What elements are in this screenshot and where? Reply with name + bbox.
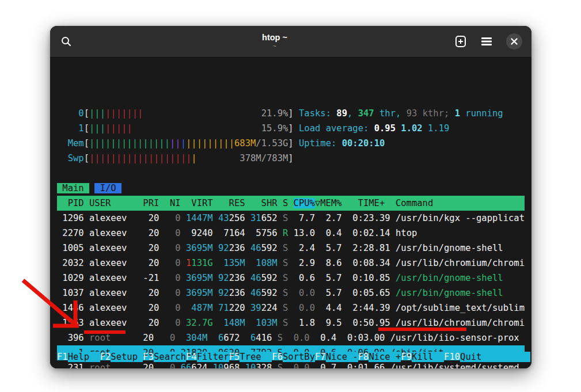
process-row-1563[interactable]: 1563 alexeev 20 0 32.7G 148M 103M S 1.8 …: [57, 315, 525, 330]
process-row-1005-segment: [213, 243, 218, 253]
cpu1-meter-segment: 0.95: [374, 123, 401, 134]
fkey-label-f7: F7: [315, 352, 326, 362]
fkey-f10[interactable]: F10Quit: [444, 352, 530, 362]
process-row-1563-segment: 1.8: [294, 318, 321, 328]
process-row-1296-segment: 0: [165, 213, 186, 223]
process-row-1446-segment: [213, 303, 218, 313]
process-row-2270-segment: 20: [127, 228, 164, 238]
process-row-1037-segment: 92: [218, 288, 229, 298]
process-row-2032-segment: 1: [186, 258, 191, 268]
fkey-action-f10: Quit: [460, 352, 530, 362]
tab-io[interactable]: I/O: [94, 183, 121, 193]
fkey-label-f6: F6: [272, 352, 283, 362]
process-row-396-segment: [207, 333, 212, 343]
cpu1-meter-segment: Load average:: [294, 123, 374, 134]
process-row-396-segment: 396: [57, 333, 89, 343]
swp-meter-segment: |||||||||||||||||||: [89, 153, 191, 163]
fkey-action-f9: Kill: [412, 352, 444, 362]
process-row-1563-segment: S: [283, 318, 294, 328]
fkey-label-f3: F3: [143, 352, 154, 362]
cpu0-meter-segment: 21.9%: [261, 108, 288, 119]
mem-meter: Mem[|||||||||||||||||||||||||||683M/1.53…: [57, 136, 525, 151]
process-row-1037[interactable]: 1037 alexeev 20 0 3695M 92236 46592 S 0.…: [57, 286, 525, 300]
fkey-f9[interactable]: F9Kill: [401, 352, 444, 362]
process-row-1005-segment: alexeev: [89, 243, 127, 253]
process-row-2032-segment: 8.6: [320, 258, 347, 268]
cpu0-meter-segment: 1: [455, 108, 460, 119]
mem-meter-segment: /1.53G: [256, 138, 288, 149]
cpu1-meter-segment: |||||: [105, 123, 132, 134]
process-row-1446-segment: 39: [250, 303, 261, 313]
fkey-f4[interactable]: F4Filter: [186, 352, 229, 362]
fkey-f1[interactable]: F1Help: [57, 352, 100, 362]
process-row-1005-segment: 5.7: [320, 243, 347, 253]
process-row-2270-segment: 9240: [186, 228, 218, 238]
process-row-1005-segment: 3695M: [186, 243, 213, 253]
process-row-2032-segment: alexeev: [89, 258, 127, 268]
table-header-segment: MEM% TIME+ Command: [320, 198, 433, 208]
process-row-396-segment: 0: [159, 333, 180, 343]
process-row-1446-segment: 224: [261, 303, 283, 313]
fkey-label-f9: F9: [401, 352, 412, 362]
process-row-1029[interactable]: 1029 alexeev -21 0 3695M 92236 46592 S 0…: [57, 271, 525, 286]
new-tab-icon[interactable]: [454, 35, 467, 48]
process-row-2032-segment: [245, 258, 250, 268]
process-row-1296[interactable]: 1296 alexeev 20 0 1447M 43256 31652 S 7.…: [57, 211, 525, 226]
fkey-label-f2: F2: [100, 352, 111, 362]
fkey-label-f1: F1: [57, 352, 68, 362]
mem-meter-segment: 683M: [234, 138, 256, 149]
process-row-1563-segment: 9.5: [320, 318, 347, 328]
process-row-2270-segment: alexeev: [89, 228, 127, 238]
process-row-2270[interactable]: 2270 alexeev 20 0 9240 7164 5756 R 13.0 …: [57, 226, 525, 241]
process-row-1005[interactable]: 1005 alexeev 20 0 3695M 92236 46592 S 2.…: [57, 241, 525, 256]
table-header[interactable]: PID USER PRI NI VIRT RES SHR S CPU%▽MEM%…: [57, 196, 525, 211]
search-icon[interactable]: [60, 36, 72, 47]
process-row-396-segment: root: [89, 333, 111, 343]
process-row-1296-segment: 256: [229, 213, 250, 223]
spacer-line-segment: [57, 168, 62, 178]
process-row-1446[interactable]: 1446 alexeev 20 0 487M 71220 39224 S 0.0…: [57, 300, 525, 315]
fkey-f8[interactable]: F8Nice +: [358, 352, 401, 362]
process-row-1029-segment: 5.7: [320, 273, 347, 283]
process-row-1005-segment: 92: [218, 243, 229, 253]
swp-meter-segment: Swp: [57, 153, 84, 163]
swp-meter: Swp[|||||||||||||||||||| 378M/783M]: [57, 151, 525, 166]
mem-meter-segment: Uptime:: [294, 138, 342, 149]
mem-meter-segment: 00:20:10: [342, 138, 385, 149]
process-row-396-segment: 0.4: [315, 333, 342, 343]
fkey-f6[interactable]: F6SortBy: [272, 352, 315, 362]
menu-icon[interactable]: [481, 37, 492, 46]
process-row-2032-segment: 2032: [57, 258, 89, 268]
process-row-1563-segment: 32.7G: [186, 318, 213, 328]
process-row-396-segment: 0.0: [288, 333, 315, 343]
fkey-action-f4: Filter: [197, 352, 229, 362]
process-row-2270-segment: htop: [396, 228, 417, 238]
process-row-1296-segment: [213, 213, 218, 223]
swp-meter-segment: [: [84, 153, 89, 163]
cpu0-meter-segment: |||: [89, 108, 105, 119]
process-row-396[interactable]: 396 root 20 0 304M 6672 6416 S 0.0 0.4 0…: [57, 330, 525, 345]
close-icon[interactable]: [506, 33, 522, 50]
fkey-f2[interactable]: F2Setup: [100, 352, 143, 362]
process-row-1029-segment: /usr/bin/gnome-shell: [396, 273, 503, 283]
fkey-label-f4: F4: [186, 352, 197, 362]
mem-meter-segment: |: [181, 138, 186, 149]
fkey-f7[interactable]: F7Nice -: [315, 352, 358, 362]
process-row-1037-segment: 20: [127, 288, 164, 298]
process-row-1563-segment: 148M: [218, 318, 245, 328]
sort-column-cpu[interactable]: CPU%: [294, 198, 315, 208]
fkey-f5[interactable]: F5Tree: [229, 352, 272, 362]
process-row-1446-segment: 20: [127, 303, 164, 313]
cpu1-meter-segment: 15.9%: [261, 123, 288, 134]
process-row-2032[interactable]: 2032 alexeev 20 0 1131G 135M 108M S 2.9 …: [57, 256, 525, 271]
tab-main[interactable]: Main: [57, 183, 89, 193]
process-row-1037-segment: /usr/bin/gnome-shell: [396, 288, 503, 298]
process-row-1037-segment: S: [283, 288, 294, 298]
process-row-2270-segment: 7164: [218, 228, 250, 238]
fkey-f3[interactable]: F3Search: [143, 352, 186, 362]
terminal-window: htop ~ ~: [50, 26, 531, 368]
process-row-1005-segment: 236: [229, 243, 250, 253]
process-row-1446-segment: alexeev: [89, 303, 127, 313]
process-row-1563-segment: [245, 318, 250, 328]
process-row-1296-segment: S: [283, 213, 294, 223]
